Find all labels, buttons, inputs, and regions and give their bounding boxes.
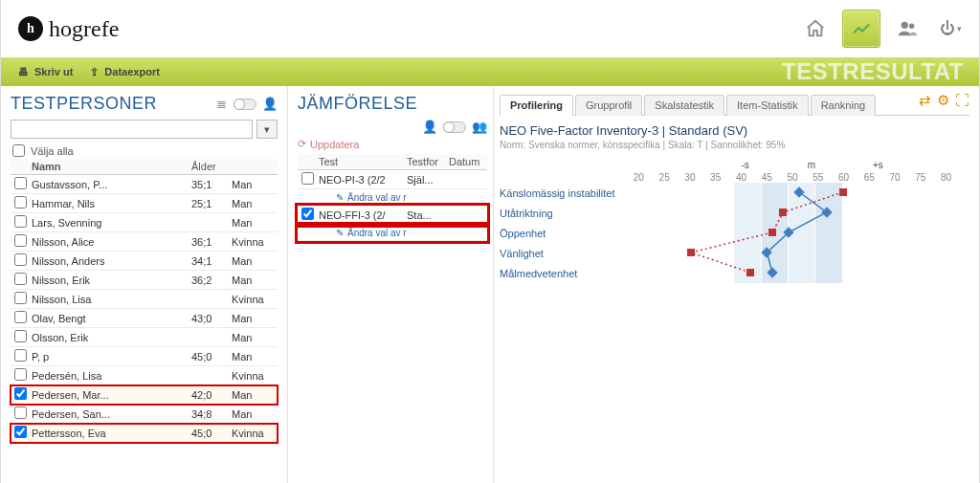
person-name: Gustavsson, P... (28, 175, 188, 194)
tab-item-statistik[interactable]: Item-Statistik (726, 95, 809, 116)
table-row[interactable]: Lars, Svenning Man (11, 213, 278, 232)
person-name: Pettersson, Eva (28, 424, 188, 443)
tab-profilering[interactable]: Profilering (500, 95, 573, 116)
row-checkbox[interactable] (14, 273, 27, 285)
row-checkbox[interactable] (14, 349, 27, 362)
tick: 55 (805, 172, 831, 183)
select-all[interactable]: Välja alla (12, 144, 278, 157)
table-row[interactable]: P, p 45;0 Man (11, 347, 278, 366)
person-age (188, 290, 228, 309)
row-checkbox[interactable] (14, 234, 27, 247)
home-icon[interactable] (796, 10, 835, 48)
col-gender[interactable] (228, 159, 278, 175)
tab-rankning[interactable]: Rankning (811, 95, 876, 116)
table-row[interactable]: Gustavsson, P... 35;1 Man (11, 175, 278, 194)
single-user-icon[interactable]: 👤 (422, 120, 437, 134)
refresh-label: Uppdatera (310, 139, 359, 150)
row-checkbox[interactable] (14, 177, 27, 189)
person-age: 35;1 (188, 175, 228, 194)
table-row[interactable]: Nilsson, Alice 36;1 Kvinna (11, 232, 278, 252)
tick: 45 (754, 172, 780, 183)
group-user-icon[interactable]: 👥 (472, 120, 487, 134)
tab-skalstatestik[interactable]: Skalstatestik (644, 95, 724, 116)
person-age: 45;0 (188, 347, 228, 366)
band-label: m (800, 160, 823, 170)
person-name: Hammar, Nils (28, 194, 188, 213)
table-row[interactable]: Nilsson, Anders 34;1 Man (11, 252, 278, 271)
test-row[interactable]: NEO-PI-3 (2/2 Själ... (298, 170, 487, 189)
row-checkbox[interactable] (14, 330, 27, 342)
row-checkbox[interactable] (14, 196, 27, 209)
table-row[interactable]: Olav, Bengt 43;0 Man (11, 309, 278, 328)
data-point (746, 269, 754, 276)
col-date[interactable]: Datum (445, 154, 487, 170)
test-form: Sta... (403, 206, 445, 225)
persons-toggle[interactable] (234, 99, 256, 110)
tick: 20 (626, 172, 652, 183)
table-row[interactable]: Nilsson, Erik 36;2 Man (11, 271, 278, 290)
print-action[interactable]: 🖶 Skriv ut (18, 66, 73, 77)
person-gender: Kvinna (228, 366, 278, 385)
chart-category: Målmedvetenhet (500, 268, 624, 279)
person-name: Pedersén, Lisa (28, 366, 188, 385)
person-name: Lars, Svenning (28, 213, 188, 232)
test-name: NEO-FFI-3 (2/ (315, 206, 403, 225)
test-row[interactable]: NEO-FFI-3 (2/ Sta... (298, 206, 487, 225)
person-age (188, 328, 228, 347)
col-test[interactable]: Test (315, 154, 403, 170)
person-name: P, p (28, 347, 188, 366)
tick: 40 (728, 172, 754, 183)
users-icon[interactable] (888, 10, 926, 48)
edit-norm-link[interactable]: ✎Ändra val av r (319, 192, 407, 203)
band-label: -s (734, 160, 757, 170)
select-all-checkbox[interactable] (12, 144, 25, 157)
results-icon[interactable] (842, 10, 880, 48)
person-name: Pedersen, San... (28, 405, 188, 424)
chart-category: Vänlighet (500, 248, 624, 259)
table-row[interactable]: Olsson, Erik Man (11, 328, 278, 347)
row-checkbox[interactable] (14, 406, 27, 419)
table-row[interactable]: Pettersson, Eva 45;0 Kvinna (11, 424, 278, 443)
search-input[interactable] (11, 120, 253, 139)
data-point (779, 209, 787, 216)
person-name: Pedersen, Mar... (28, 385, 188, 405)
chart-category: Utåtriktning (500, 208, 624, 219)
row-checkbox[interactable] (14, 426, 27, 438)
export-action[interactable]: ⇪ Dataexport (90, 66, 159, 78)
row-checkbox[interactable] (14, 215, 27, 228)
tick: 30 (678, 172, 703, 183)
table-row[interactable]: Pedersen, San... 34;8 Man (11, 405, 278, 424)
row-checkbox[interactable] (14, 387, 27, 400)
table-row[interactable]: Hammar, Nils 25;1 Man (11, 194, 278, 213)
test-checkbox[interactable] (301, 208, 314, 220)
power-menu[interactable]: ⏻ ▾ (934, 20, 962, 37)
row-checkbox[interactable] (14, 311, 27, 323)
table-row[interactable]: Nilsson, Lisa Kvinna (11, 290, 278, 309)
edit-norm-link[interactable]: ✎Ändra val av r (319, 228, 407, 238)
table-row[interactable]: Pedersen, Mar... 42;0 Man (11, 385, 278, 405)
row-checkbox[interactable] (14, 292, 27, 304)
row-checkbox[interactable] (14, 368, 27, 381)
filter-button[interactable]: ▾ (256, 120, 278, 139)
tick: 75 (907, 172, 933, 183)
refresh-action[interactable]: ⟳ Uppdatera (298, 138, 359, 150)
test-checkbox[interactable] (301, 172, 314, 185)
person-name: Nilsson, Lisa (28, 290, 188, 309)
person-age (188, 366, 228, 385)
person-gender: Man (228, 385, 278, 405)
tab-grupprofil[interactable]: Grupprofil (575, 95, 642, 116)
compare-toggle[interactable] (443, 121, 466, 133)
row-checkbox[interactable] (14, 253, 27, 266)
brand-name: hogrefe (49, 16, 119, 42)
list-view-icon[interactable]: ≣ (216, 97, 228, 111)
col-testform[interactable]: Testfor (403, 154, 445, 170)
person-gender: Man (228, 175, 278, 194)
col-age[interactable]: Ålder (188, 159, 228, 175)
data-point (839, 188, 847, 196)
chart-category: Öppenhet (500, 228, 624, 239)
chart-title: NEO Five-Factor Inventory-3 | Standard (… (500, 123, 969, 138)
col-name[interactable]: Namn (28, 159, 188, 175)
tick: 35 (702, 172, 728, 183)
print-icon: 🖶 (18, 66, 29, 77)
table-row[interactable]: Pedersén, Lisa Kvinna (11, 366, 278, 385)
